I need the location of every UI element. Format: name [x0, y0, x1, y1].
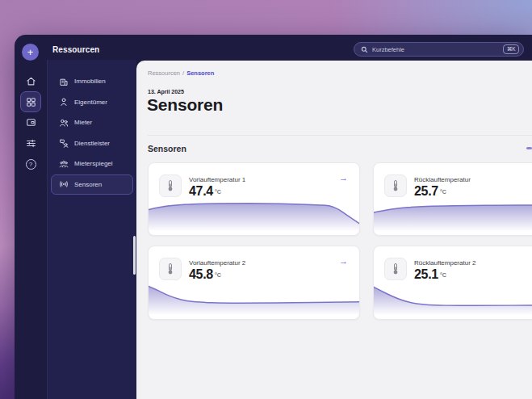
rail-item-settings[interactable]: [20, 132, 41, 153]
search-placeholder: Kurzbefehle: [372, 46, 499, 53]
sensor-label: Rücklauftemperatur: [414, 176, 471, 183]
sensor-card-vorlauftemperatur-1[interactable]: Vorlauftemperatur 1 47.4°C →: [148, 162, 360, 236]
plus-icon: +: [27, 46, 34, 58]
owner-icon: [58, 97, 69, 107]
sensor-card-ruecklauftemperatur-2[interactable]: Rücklauftemperatur 2 25.1°C →: [373, 246, 532, 320]
sidebar-item-label: Immobilien: [74, 78, 106, 85]
wallet-icon: [26, 117, 36, 128]
section-title: Sensoren: [148, 144, 186, 153]
sensor-sparkline: [374, 283, 532, 319]
main-content: Ressourcen/Sensoren 13. April 2025 Senso…: [136, 61, 532, 399]
keyboard-shortcut-badge: ⌘K: [503, 44, 519, 54]
breadcrumb-current[interactable]: Sensoren: [186, 69, 214, 77]
sidebar-item-dienstleister[interactable]: Dienstleister: [51, 133, 133, 154]
rail-item-apps[interactable]: [20, 91, 41, 112]
sidebar-item-label: Mieterspiegel: [74, 160, 113, 167]
create-new-button[interactable]: +: [22, 44, 39, 61]
thermometer-icon: [384, 174, 407, 197]
breadcrumb-parent[interactable]: Ressourcen: [148, 69, 180, 77]
sidebar-item-eigentuemer[interactable]: Eigentümer: [51, 92, 133, 113]
building-icon: [58, 76, 69, 86]
sidebar-item-immobilien[interactable]: Immobilien: [51, 71, 133, 92]
section-divider: [148, 135, 532, 136]
sensor-value: 45.8°C: [189, 267, 221, 282]
sidebar-item-label: Sensoren: [74, 181, 102, 188]
sensor-card-vorlauftemperatur-2[interactable]: Vorlauftemperatur 2 45.8°C →: [148, 246, 360, 320]
sliders-icon: [26, 138, 36, 149]
sidebar-item-mieter[interactable]: Mieter: [51, 112, 133, 133]
sensor-value: 47.4°C: [189, 184, 221, 199]
icon-rail: +: [15, 35, 47, 399]
sensor-value: 25.1°C: [414, 267, 446, 282]
app-window: +: [15, 35, 532, 399]
tenant-icon: [58, 117, 69, 128]
help-icon: ?: [26, 159, 36, 170]
date-label: 13. April 2025: [148, 89, 184, 94]
thermometer-icon: [159, 258, 182, 280]
app-section-title: Ressourcen: [52, 45, 99, 54]
sensor-unit: °C: [440, 272, 446, 278]
tenant-index-icon: [58, 158, 69, 169]
sidebar: Immobilien Eigentümer Mieter: [47, 60, 136, 399]
sensor-card-ruecklauftemperatur[interactable]: Rücklauftemperatur 25.7°C →: [373, 162, 532, 236]
page-title: Sensoren: [147, 95, 223, 115]
sidebar-scrollbar[interactable]: [133, 236, 136, 275]
breadcrumb: Ressourcen/Sensoren: [148, 69, 214, 77]
rail-item-help[interactable]: ?: [20, 153, 41, 174]
sensor-unit: °C: [215, 189, 221, 195]
service-provider-icon: [58, 138, 69, 149]
sensor-label: Rücklauftemperatur 2: [414, 259, 475, 267]
sidebar-item-mieterspiegel[interactable]: Mieterspiegel: [51, 153, 133, 174]
search-input[interactable]: Kurzbefehle ⌘K: [354, 42, 524, 57]
sensor-unit: °C: [440, 189, 446, 195]
sensor-sparkline: [149, 283, 359, 319]
home-icon: [26, 76, 36, 86]
sensor-label: Vorlauftemperatur 1: [189, 176, 245, 183]
arrow-right-icon[interactable]: →: [339, 173, 348, 183]
sensor-icon: [58, 179, 69, 190]
breadcrumb-separator: /: [182, 69, 184, 77]
desktop-wallpaper: { "icons": { "plus": "+", "help": "?", "…: [0, 0, 532, 399]
sidebar-item-label: Dienstleister: [74, 140, 110, 147]
rail-item-wallet[interactable]: [20, 111, 41, 132]
sensor-value: 25.7°C: [414, 184, 446, 199]
sidebar-item-sensoren[interactable]: Sensoren: [51, 174, 133, 195]
sensor-sparkline: [149, 199, 359, 235]
arrow-right-icon[interactable]: →: [339, 256, 348, 266]
rail-item-home[interactable]: [20, 70, 41, 91]
search-icon: [361, 46, 368, 53]
sidebar-item-label: Mieter: [74, 119, 92, 126]
sensor-unit: °C: [215, 272, 221, 278]
section-collapse-button[interactable]: [526, 147, 532, 149]
grid-icon: [26, 97, 36, 107]
sensor-sparkline: [374, 199, 532, 235]
thermometer-icon: [159, 174, 182, 197]
sidebar-item-label: Eigentümer: [74, 99, 107, 106]
thermometer-icon: [384, 258, 407, 280]
sensor-label: Vorlauftemperatur 2: [189, 259, 245, 267]
